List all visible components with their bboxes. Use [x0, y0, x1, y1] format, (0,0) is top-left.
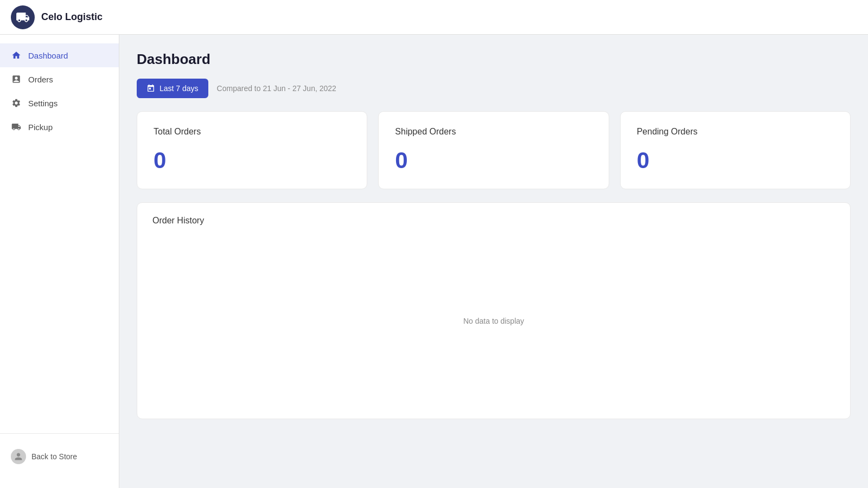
sidebar-label-pickup: Pickup — [28, 123, 53, 132]
sidebar-item-settings[interactable]: Settings — [0, 91, 119, 115]
sidebar-item-orders[interactable]: Orders — [0, 67, 119, 91]
page-title: Dashboard — [137, 51, 851, 68]
last-7-days-button[interactable]: Last 7 days — [137, 79, 208, 98]
back-to-store[interactable]: Back to Store — [0, 442, 119, 471]
order-history-card: Order History No data to display — [137, 202, 851, 419]
sidebar: Dashboard Orders Settings — [0, 35, 119, 488]
back-to-store-label: Back to Store — [31, 452, 77, 461]
sidebar-bottom: Back to Store — [0, 433, 119, 479]
sidebar-item-dashboard[interactable]: Dashboard — [0, 43, 119, 67]
orders-icon — [11, 74, 22, 85]
shipped-orders-label: Shipped Orders — [395, 127, 592, 137]
stats-row: Total Orders 0 Shipped Orders 0 Pending … — [137, 111, 851, 189]
settings-icon — [11, 98, 22, 108]
sidebar-label-dashboard: Dashboard — [28, 51, 68, 60]
total-orders-label: Total Orders — [154, 127, 350, 137]
shipped-orders-card: Shipped Orders 0 — [378, 111, 609, 189]
app-header: Celo Logistic — [0, 0, 868, 35]
logo-container: Celo Logistic — [11, 5, 103, 29]
pending-orders-value: 0 — [637, 147, 834, 174]
filter-bar: Last 7 days Compared to 21 Jun - 27 Jun,… — [137, 79, 851, 98]
pending-orders-card: Pending Orders 0 — [620, 111, 851, 189]
logo-icon — [11, 5, 35, 29]
no-data-message: No data to display — [152, 236, 835, 406]
user-avatar — [11, 449, 26, 464]
order-history-title: Order History — [152, 216, 835, 226]
sidebar-item-pickup[interactable]: Pickup — [0, 115, 119, 139]
calendar-icon — [146, 84, 155, 93]
sidebar-nav: Dashboard Orders Settings — [0, 43, 119, 433]
filter-button-label: Last 7 days — [159, 84, 199, 93]
pending-orders-label: Pending Orders — [637, 127, 834, 137]
sidebar-label-settings: Settings — [28, 99, 58, 108]
shipped-orders-value: 0 — [395, 147, 592, 174]
total-orders-value: 0 — [154, 147, 350, 174]
sidebar-label-orders: Orders — [28, 75, 53, 84]
app-name: Celo Logistic — [41, 11, 103, 23]
total-orders-card: Total Orders 0 — [137, 111, 367, 189]
main-content: Dashboard Last 7 days Compared to 21 Jun… — [119, 35, 868, 488]
pickup-icon — [11, 121, 22, 132]
main-layout: Dashboard Orders Settings — [0, 35, 868, 488]
comparison-text: Compared to 21 Jun - 27 Jun, 2022 — [217, 84, 336, 93]
home-icon — [11, 50, 22, 61]
